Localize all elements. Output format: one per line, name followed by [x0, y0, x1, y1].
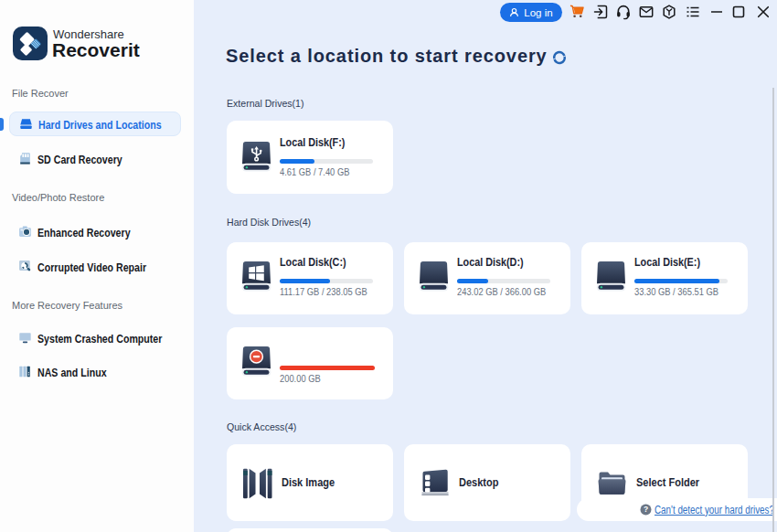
svg-text:?: ? — [644, 505, 648, 514]
